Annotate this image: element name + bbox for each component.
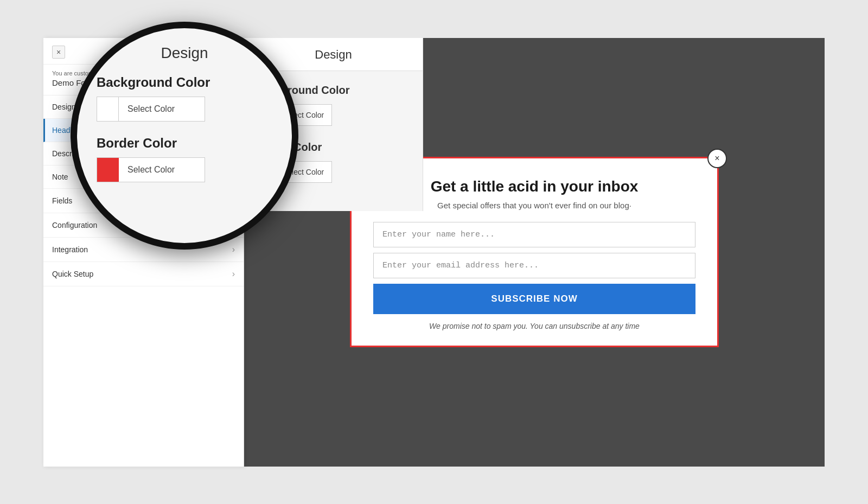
- sidebar-item-quick-setup[interactable]: Quick Setup ›: [43, 262, 244, 286]
- popup-note: We promise not to spam you. You can unsu…: [373, 322, 695, 330]
- sidebar-item-label: Integration: [52, 245, 88, 254]
- popup-close-button[interactable]: ×: [707, 149, 727, 168]
- sidebar-item-label: Note: [52, 173, 68, 181]
- name-input[interactable]: [373, 222, 695, 247]
- magnifier-bg-color-section: Background Color Select Color: [97, 75, 272, 122]
- magnifier-bg-select-label: Select Color: [119, 104, 183, 114]
- email-input[interactable]: [373, 253, 695, 278]
- red-color-swatch: [97, 158, 119, 182]
- close-button[interactable]: ×: [52, 46, 65, 59]
- magnifier-border-color-section: Border Color Select Color: [97, 136, 272, 182]
- magnifier-border-color-title: Border Color: [97, 136, 272, 151]
- chevron-right-icon: ›: [232, 269, 235, 279]
- magnifier-overlay: Design Background Color Select Color Bor…: [71, 22, 298, 250]
- subscribe-button[interactable]: SUBSCRIBE NOW: [373, 284, 695, 314]
- sidebar: × You are customizing Demo Form Design H…: [43, 38, 244, 467]
- magnifier-bg-color-button[interactable]: Select Color: [97, 97, 205, 122]
- magnifier-bg-color-title: Background Color: [97, 75, 272, 90]
- sidebar-item-label: Configuration: [52, 221, 97, 229]
- sidebar-item-label: Fields: [52, 196, 72, 205]
- sidebar-item-label: Design: [52, 103, 76, 111]
- magnifier-border-select-label: Select Color: [119, 165, 183, 175]
- white-color-swatch: [97, 97, 119, 121]
- chevron-right-icon: ›: [232, 245, 235, 254]
- magnifier-border-color-button[interactable]: Select Color: [97, 157, 205, 182]
- magnifier-design-title: Design: [97, 44, 272, 62]
- sidebar-item-label: Quick Setup: [52, 270, 93, 278]
